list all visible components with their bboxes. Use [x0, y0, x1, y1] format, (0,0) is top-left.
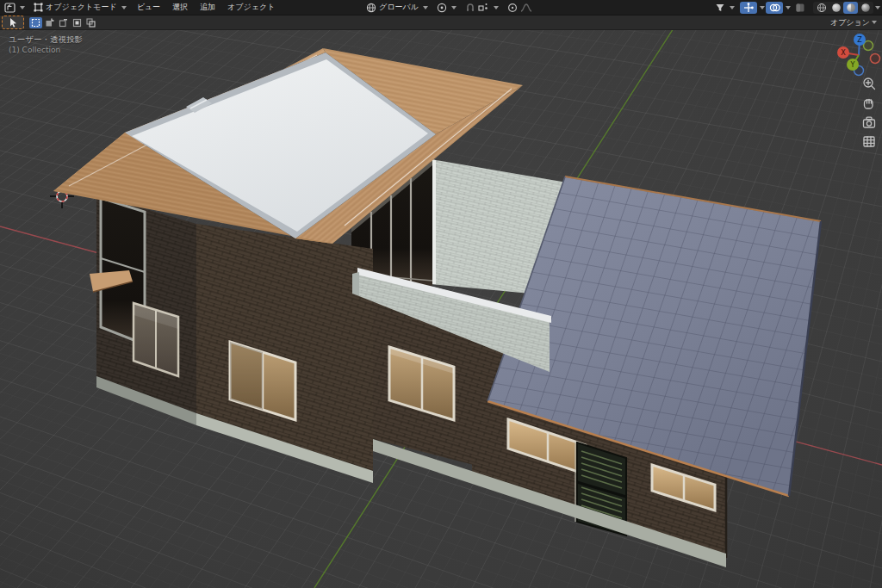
side-wall — [96, 195, 196, 413]
proportional-editing-toggle[interactable] — [503, 0, 537, 15]
editor-type-3d-viewport-icon — [4, 3, 16, 13]
shading-rendered-icon — [860, 3, 871, 13]
menu-bar: ビュー 選択 追加 オブジェクト — [131, 0, 282, 15]
menu-add[interactable]: 追加 — [194, 0, 221, 15]
header-center-controls: グローバル — [362, 0, 537, 15]
select-mode-new[interactable] — [29, 17, 42, 28]
shading-rendered-button[interactable] — [858, 2, 873, 14]
editor-type-selector[interactable] — [0, 0, 29, 15]
tool-options-label: オプション — [830, 17, 870, 28]
shading-solid-button[interactable] — [829, 2, 843, 14]
menu-select[interactable]: 選択 — [166, 0, 194, 15]
xray-toggle-icon — [795, 3, 805, 13]
proportional-editing-icon — [507, 3, 518, 13]
header-right-controls — [711, 0, 880, 15]
snapping-controls[interactable] — [461, 0, 503, 15]
chevron-down-icon — [121, 6, 127, 9]
chevron-down-icon[interactable] — [760, 6, 765, 9]
object-mode-icon — [34, 3, 43, 12]
chevron-down-icon — [20, 6, 25, 9]
shading-material-preview-button[interactable] — [843, 2, 858, 14]
active-tool-select-box[interactable] — [2, 15, 24, 29]
view-perspective-label: ユーザー・透視投影 — [9, 34, 83, 46]
select-subtract-icon — [59, 18, 68, 28]
cursor-arrow-icon — [9, 17, 18, 28]
filter-funnel-icon — [715, 3, 725, 13]
select-mode-invert[interactable] — [71, 17, 84, 28]
viewport-3d[interactable]: Z X Y — [0, 0, 882, 588]
chevron-down-icon — [494, 6, 499, 9]
blender-window: Z X Y — [0, 0, 882, 588]
chevron-down-icon — [730, 6, 735, 9]
transform-orientation-label: グローバル — [379, 2, 419, 13]
select-mode-subtract[interactable] — [57, 17, 70, 28]
shading-wireframe-button[interactable] — [814, 2, 829, 14]
viewport-header: オブジェクトモード ビュー 選択 追加 オブジェクト グローバル — [0, 0, 882, 15]
tool-options-dropdown[interactable]: オプション — [830, 15, 877, 29]
gizmo-z-label: Z — [857, 36, 862, 44]
gizmo-axis-neg-x[interactable] — [871, 54, 880, 64]
chevron-down-icon[interactable] — [875, 6, 880, 9]
chevron-down-icon — [451, 6, 457, 9]
select-mode-group — [29, 17, 97, 28]
snap-target-icon — [478, 3, 489, 13]
snap-magnet-icon — [465, 3, 475, 13]
menu-view[interactable]: ビュー — [131, 0, 166, 15]
active-collection-label: (1) Collection — [9, 46, 60, 54]
shading-material-preview-icon — [846, 3, 856, 13]
select-mode-extend[interactable] — [43, 17, 56, 28]
tool-settings-bar: オプション — [0, 15, 882, 30]
shading-wireframe-icon — [817, 3, 827, 13]
overlays-icon — [769, 3, 780, 13]
menu-object[interactable]: オブジェクト — [221, 0, 281, 15]
select-intersect-icon — [86, 18, 96, 28]
select-new-icon — [31, 18, 40, 28]
show-gizmo-icon — [743, 3, 754, 13]
visibility-filter-dropdown[interactable] — [711, 0, 739, 15]
orientation-globe-icon — [366, 3, 376, 13]
select-mode-intersect[interactable] — [84, 17, 97, 28]
show-overlays-toggle[interactable] — [766, 2, 783, 14]
chevron-down-icon[interactable] — [786, 6, 791, 9]
shading-solid-icon — [831, 3, 842, 13]
select-extend-icon — [45, 18, 54, 28]
falloff-curve-icon — [520, 3, 532, 13]
transform-orientation-dropdown[interactable]: グローバル — [362, 0, 432, 15]
mode-selector[interactable]: オブジェクトモード — [29, 0, 131, 15]
select-invert-icon — [72, 18, 82, 28]
xray-toggle[interactable] — [792, 2, 809, 14]
gizmo-x-label: X — [841, 49, 846, 57]
gizmo-y-label: Y — [850, 61, 855, 69]
chevron-down-icon — [872, 21, 877, 24]
chevron-down-icon — [423, 6, 428, 9]
shading-mode-group — [813, 2, 873, 14]
pivot-point-dropdown[interactable] — [432, 0, 461, 15]
mode-selector-label: オブジェクトモード — [46, 2, 117, 13]
pivot-point-icon — [437, 3, 447, 13]
show-gizmo-toggle[interactable] — [740, 2, 757, 14]
